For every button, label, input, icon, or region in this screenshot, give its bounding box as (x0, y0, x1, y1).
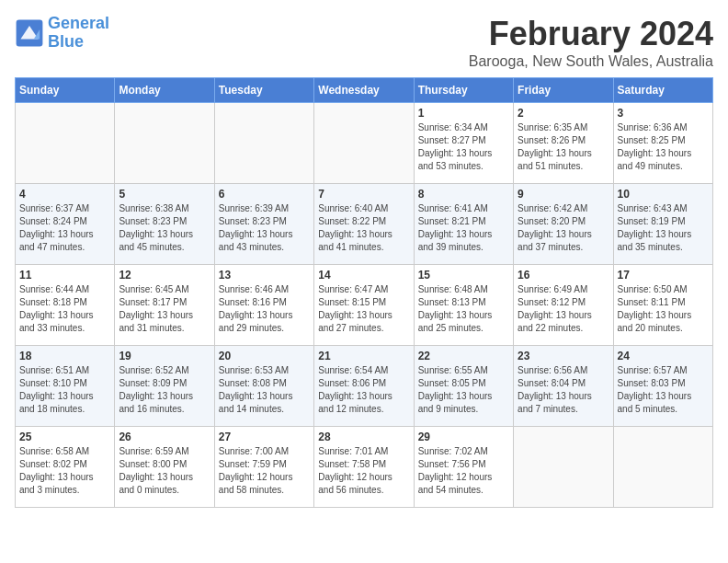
day-number: 29 (418, 431, 509, 443)
header-thursday: Thursday (414, 78, 513, 103)
day-info: Sunrise: 6:50 AM Sunset: 8:11 PM Dayligh… (618, 283, 709, 335)
calendar-cell: 5Sunrise: 6:38 AM Sunset: 8:23 PM Daylig… (115, 184, 214, 265)
day-number: 2 (518, 107, 609, 120)
calendar-cell: 26Sunrise: 6:59 AM Sunset: 8:00 PM Dayli… (115, 427, 214, 508)
day-info: Sunrise: 6:40 AM Sunset: 8:22 PM Dayligh… (318, 202, 409, 254)
day-number: 26 (119, 431, 210, 443)
calendar-cell: 3Sunrise: 6:36 AM Sunset: 8:25 PM Daylig… (613, 103, 712, 184)
day-info: Sunrise: 6:36 AM Sunset: 8:25 PM Dayligh… (618, 121, 709, 173)
day-info: Sunrise: 6:46 AM Sunset: 8:16 PM Dayligh… (219, 283, 310, 335)
calendar-week-row: 11Sunrise: 6:44 AM Sunset: 8:18 PM Dayli… (16, 265, 713, 346)
day-number: 25 (19, 431, 110, 443)
calendar-cell (613, 427, 712, 508)
calendar-cell: 25Sunrise: 6:58 AM Sunset: 8:02 PM Dayli… (16, 427, 115, 508)
calendar-cell: 1Sunrise: 6:34 AM Sunset: 8:27 PM Daylig… (414, 103, 513, 184)
calendar-cell: 20Sunrise: 6:53 AM Sunset: 8:08 PM Dayli… (214, 346, 313, 427)
logo-icon (15, 18, 44, 48)
header-sunday: Sunday (16, 78, 115, 103)
day-info: Sunrise: 6:56 AM Sunset: 8:04 PM Dayligh… (518, 364, 609, 416)
calendar-cell: 10Sunrise: 6:43 AM Sunset: 8:19 PM Dayli… (613, 184, 712, 265)
day-info: Sunrise: 6:45 AM Sunset: 8:17 PM Dayligh… (119, 283, 210, 335)
day-number: 6 (219, 188, 310, 201)
logo-line1: General (48, 14, 109, 32)
day-info: Sunrise: 6:51 AM Sunset: 8:10 PM Dayligh… (19, 364, 110, 416)
calendar-cell (314, 103, 414, 184)
day-info: Sunrise: 6:35 AM Sunset: 8:26 PM Dayligh… (518, 121, 609, 173)
header-monday: Monday (115, 78, 214, 103)
calendar-cell: 13Sunrise: 6:46 AM Sunset: 8:16 PM Dayli… (214, 265, 313, 346)
day-info: Sunrise: 6:41 AM Sunset: 8:21 PM Dayligh… (418, 202, 509, 254)
day-info: Sunrise: 6:44 AM Sunset: 8:18 PM Dayligh… (19, 283, 110, 335)
day-number: 3 (618, 107, 709, 120)
day-number: 13 (219, 269, 310, 282)
calendar-cell (214, 103, 313, 184)
calendar-cell: 4Sunrise: 6:37 AM Sunset: 8:24 PM Daylig… (16, 184, 115, 265)
day-info: Sunrise: 6:52 AM Sunset: 8:09 PM Dayligh… (119, 364, 210, 416)
calendar-week-row: 18Sunrise: 6:51 AM Sunset: 8:10 PM Dayli… (16, 346, 713, 427)
calendar-cell: 15Sunrise: 6:48 AM Sunset: 8:13 PM Dayli… (414, 265, 513, 346)
day-info: Sunrise: 6:37 AM Sunset: 8:24 PM Dayligh… (19, 202, 110, 254)
day-number: 24 (618, 350, 709, 362)
page-header: General Blue February 2024 Barooga, New … (15, 15, 713, 70)
calendar-cell (16, 103, 115, 184)
calendar-header-row: SundayMondayTuesdayWednesdayThursdayFrid… (16, 78, 713, 103)
calendar-week-row: 1Sunrise: 6:34 AM Sunset: 8:27 PM Daylig… (16, 103, 713, 184)
title-block: February 2024 Barooga, New South Wales, … (469, 15, 713, 70)
subtitle: Barooga, New South Wales, Australia (469, 53, 713, 70)
day-number: 9 (518, 188, 609, 201)
day-info: Sunrise: 6:47 AM Sunset: 8:15 PM Dayligh… (318, 283, 409, 335)
calendar-cell: 23Sunrise: 6:56 AM Sunset: 8:04 PM Dayli… (514, 346, 613, 427)
calendar-cell: 9Sunrise: 6:42 AM Sunset: 8:20 PM Daylig… (514, 184, 613, 265)
day-number: 17 (618, 269, 709, 282)
header-saturday: Saturday (613, 78, 712, 103)
day-number: 14 (318, 269, 409, 282)
calendar-cell: 27Sunrise: 7:00 AM Sunset: 7:59 PM Dayli… (214, 427, 313, 508)
calendar-cell: 8Sunrise: 6:41 AM Sunset: 8:21 PM Daylig… (414, 184, 513, 265)
day-number: 8 (418, 188, 509, 201)
day-info: Sunrise: 6:54 AM Sunset: 8:06 PM Dayligh… (318, 364, 409, 416)
day-info: Sunrise: 6:59 AM Sunset: 8:00 PM Dayligh… (119, 445, 210, 497)
day-info: Sunrise: 6:53 AM Sunset: 8:08 PM Dayligh… (219, 364, 310, 416)
calendar-cell: 19Sunrise: 6:52 AM Sunset: 8:09 PM Dayli… (115, 346, 214, 427)
calendar-cell: 22Sunrise: 6:55 AM Sunset: 8:05 PM Dayli… (414, 346, 513, 427)
day-number: 18 (19, 350, 110, 362)
calendar-cell: 7Sunrise: 6:40 AM Sunset: 8:22 PM Daylig… (314, 184, 414, 265)
calendar-cell: 17Sunrise: 6:50 AM Sunset: 8:11 PM Dayli… (613, 265, 712, 346)
header-friday: Friday (514, 78, 613, 103)
day-info: Sunrise: 6:49 AM Sunset: 8:12 PM Dayligh… (518, 283, 609, 335)
calendar-cell: 11Sunrise: 6:44 AM Sunset: 8:18 PM Dayli… (16, 265, 115, 346)
day-info: Sunrise: 7:02 AM Sunset: 7:56 PM Dayligh… (418, 445, 509, 497)
day-number: 16 (518, 269, 609, 282)
calendar-cell (514, 427, 613, 508)
day-info: Sunrise: 6:48 AM Sunset: 8:13 PM Dayligh… (418, 283, 509, 335)
calendar-cell: 16Sunrise: 6:49 AM Sunset: 8:12 PM Dayli… (514, 265, 613, 346)
logo-text: General Blue (48, 15, 109, 52)
day-info: Sunrise: 6:39 AM Sunset: 8:23 PM Dayligh… (219, 202, 310, 254)
day-number: 7 (318, 188, 409, 201)
day-number: 22 (418, 350, 509, 362)
day-number: 4 (19, 188, 110, 201)
day-info: Sunrise: 6:34 AM Sunset: 8:27 PM Dayligh… (418, 121, 509, 173)
calendar-cell (115, 103, 214, 184)
day-info: Sunrise: 6:43 AM Sunset: 8:19 PM Dayligh… (618, 202, 709, 254)
day-number: 20 (219, 350, 310, 362)
calendar-cell: 14Sunrise: 6:47 AM Sunset: 8:15 PM Dayli… (314, 265, 414, 346)
day-number: 15 (418, 269, 509, 282)
calendar-cell: 29Sunrise: 7:02 AM Sunset: 7:56 PM Dayli… (414, 427, 513, 508)
day-info: Sunrise: 6:38 AM Sunset: 8:23 PM Dayligh… (119, 202, 210, 254)
day-number: 21 (318, 350, 409, 362)
calendar-cell: 12Sunrise: 6:45 AM Sunset: 8:17 PM Dayli… (115, 265, 214, 346)
logo-line2: Blue (48, 32, 84, 51)
day-number: 5 (119, 188, 210, 201)
calendar-week-row: 25Sunrise: 6:58 AM Sunset: 8:02 PM Dayli… (16, 427, 713, 508)
calendar-cell: 21Sunrise: 6:54 AM Sunset: 8:06 PM Dayli… (314, 346, 414, 427)
day-info: Sunrise: 6:58 AM Sunset: 8:02 PM Dayligh… (19, 445, 110, 497)
main-title: February 2024 (469, 15, 713, 53)
day-info: Sunrise: 6:42 AM Sunset: 8:20 PM Dayligh… (518, 202, 609, 254)
calendar-cell: 28Sunrise: 7:01 AM Sunset: 7:58 PM Dayli… (314, 427, 414, 508)
header-wednesday: Wednesday (314, 78, 414, 103)
day-number: 1 (418, 107, 509, 120)
calendar-cell: 24Sunrise: 6:57 AM Sunset: 8:03 PM Dayli… (613, 346, 712, 427)
calendar-cell: 2Sunrise: 6:35 AM Sunset: 8:26 PM Daylig… (514, 103, 613, 184)
day-number: 28 (318, 431, 409, 443)
